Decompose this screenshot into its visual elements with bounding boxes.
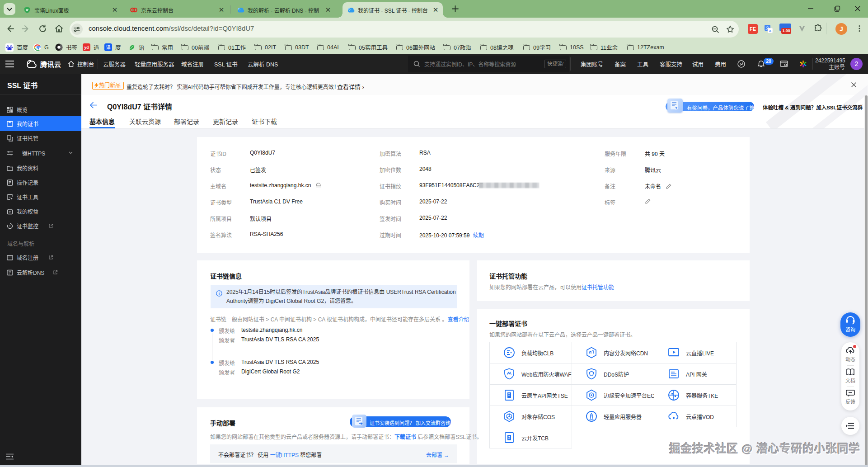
- svg-text:A: A: [769, 29, 772, 33]
- svg-text:译: 译: [106, 45, 110, 50]
- svg-text:yd: yd: [84, 45, 89, 50]
